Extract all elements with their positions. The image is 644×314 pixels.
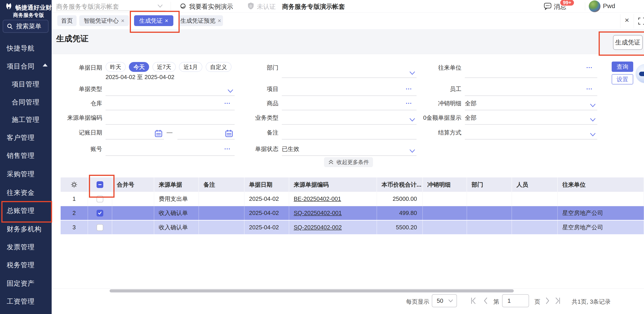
sidebar-item-sales-mgmt[interactable]: 销售管理 bbox=[7, 151, 34, 160]
settlement-select[interactable] bbox=[465, 132, 597, 140]
page-number-input[interactable]: 1 bbox=[502, 294, 529, 307]
col-header-note[interactable]: 备注 bbox=[199, 178, 244, 192]
source-doc-link[interactable]: SQ-20250402-002 bbox=[294, 224, 342, 231]
fullscreen-icon[interactable] bbox=[637, 17, 644, 25]
picker-ellipsis-icon[interactable]: ••• bbox=[586, 87, 593, 91]
sidebar-item-invoice-mgmt[interactable]: 发票管理 bbox=[7, 242, 34, 252]
account-underline bbox=[56, 10, 166, 11]
chevron-down-icon[interactable] bbox=[590, 132, 596, 136]
column-settings-gear-icon[interactable] bbox=[71, 181, 78, 188]
col-header-dept[interactable]: 部门 bbox=[467, 178, 512, 192]
pill-last1month[interactable]: 近1月 bbox=[179, 62, 202, 72]
pill-custom[interactable]: 自定义 bbox=[206, 62, 232, 72]
page-size-select[interactable]: 50 bbox=[432, 294, 457, 307]
settings-button[interactable]: 设置 bbox=[612, 74, 633, 84]
tab-close-icon[interactable]: × bbox=[165, 18, 168, 24]
tab-close-icon[interactable]: × bbox=[218, 18, 221, 24]
last-page-icon[interactable] bbox=[555, 297, 560, 304]
generate-voucher-button[interactable]: 生成凭证 bbox=[613, 35, 643, 50]
offset-detail-select[interactable] bbox=[465, 103, 597, 110]
tab-close-icon[interactable]: × bbox=[121, 18, 124, 24]
chevron-down-icon[interactable] bbox=[409, 149, 416, 153]
calendar-icon[interactable] bbox=[154, 129, 162, 138]
tab-home[interactable]: 首页 bbox=[57, 15, 76, 26]
partner-input[interactable] bbox=[465, 71, 597, 78]
user-avatar[interactable] bbox=[589, 0, 600, 12]
col-header-date[interactable]: 单据日期 bbox=[244, 178, 289, 192]
tab-smart-voucher-center[interactable]: 智能凭证中心 × bbox=[79, 15, 129, 26]
horizontal-scrollbar[interactable] bbox=[110, 289, 514, 292]
col-header-offset[interactable]: 冲销明细 bbox=[423, 178, 467, 192]
doc-status-select[interactable] bbox=[282, 149, 416, 156]
close-all-icon[interactable]: × bbox=[625, 16, 629, 24]
chevron-down-icon[interactable] bbox=[157, 4, 163, 8]
employee-input[interactable] bbox=[465, 89, 597, 96]
query-button[interactable]: 查询 bbox=[612, 62, 633, 72]
business-type-select[interactable] bbox=[282, 118, 416, 125]
col-header-partner[interactable]: 往来单位 bbox=[558, 178, 644, 192]
warehouse-input[interactable] bbox=[106, 103, 235, 110]
filter-label-zero-amount: 0金额单据显示 bbox=[414, 114, 462, 122]
sidebar-item-fixed-assets[interactable]: 固定资产 bbox=[7, 279, 34, 288]
sidebar-item-project-contract[interactable]: 项目合同 bbox=[7, 62, 34, 71]
department-input[interactable] bbox=[282, 71, 416, 78]
col-header-source[interactable]: 来源单据 bbox=[154, 178, 199, 192]
sidebar-item-purchase-mgmt[interactable]: 采购管理 bbox=[7, 170, 34, 179]
pill-last7days[interactable]: 近7天 bbox=[152, 62, 176, 72]
sidebar-item-quick-nav[interactable]: 快捷导航 bbox=[7, 44, 34, 53]
demo-link[interactable]: 我要看实例演示 bbox=[189, 2, 233, 11]
zero-amount-select[interactable] bbox=[465, 118, 597, 125]
remark-input[interactable] bbox=[282, 132, 416, 140]
pill-yesterday[interactable]: 昨天 bbox=[106, 62, 126, 72]
tab-generate-voucher-preview[interactable]: 生成凭证预览 × bbox=[178, 15, 223, 26]
tab-generate-voucher[interactable]: 生成凭证 × bbox=[134, 15, 173, 26]
cell-source: 收入确认单 bbox=[154, 206, 199, 220]
select-all-checkbox[interactable] bbox=[96, 181, 103, 188]
first-page-icon[interactable] bbox=[471, 297, 476, 304]
account-selector[interactable]: 商务服务专版演示帐套 bbox=[56, 2, 119, 11]
row-checkbox[interactable] bbox=[96, 224, 103, 231]
sidebar-item-general-ledger[interactable]: 总账管理 bbox=[7, 206, 34, 216]
picker-ellipsis-icon[interactable]: ••• bbox=[406, 87, 412, 91]
col-header-merge[interactable]: 合并号 bbox=[112, 178, 154, 192]
col-header-person[interactable]: 人员 bbox=[512, 178, 558, 192]
picker-ellipsis-icon[interactable]: ••• bbox=[406, 101, 412, 105]
collapse-triangle-icon[interactable] bbox=[43, 64, 48, 66]
chevron-down-icon[interactable] bbox=[590, 118, 596, 122]
picker-ellipsis-icon[interactable]: ••• bbox=[224, 101, 231, 105]
source-doc-link[interactable]: SQ-20250402-001 bbox=[294, 210, 342, 216]
col-header-amount[interactable]: 本币价税合计... bbox=[377, 178, 423, 192]
table-row[interactable]: 1 费用支出单 2025-04-02 BE-20250402-001 25000… bbox=[61, 192, 644, 206]
sidebar-item-funds[interactable]: 往来资金 bbox=[7, 188, 34, 198]
sidebar-item-multi-finance[interactable]: 财务多机构 bbox=[7, 224, 42, 234]
message-bubble-icon[interactable] bbox=[544, 3, 552, 10]
sidebar-item-tax-mgmt[interactable]: 税务管理 bbox=[7, 260, 34, 270]
picker-ellipsis-icon[interactable]: ••• bbox=[586, 66, 593, 70]
date-range-value[interactable]: 2025-04-02 至 2025-04-02 bbox=[106, 73, 174, 81]
chevron-down-icon[interactable] bbox=[590, 103, 596, 107]
next-page-icon[interactable] bbox=[545, 297, 550, 304]
prev-page-icon[interactable] bbox=[483, 297, 488, 304]
picker-ellipsis-icon[interactable]: ••• bbox=[224, 147, 231, 151]
col-header-code[interactable]: 来源单据编码 bbox=[289, 178, 377, 192]
row-checkbox[interactable] bbox=[96, 196, 103, 202]
pill-today[interactable]: 今天 bbox=[129, 62, 149, 72]
goods-input[interactable] bbox=[282, 103, 416, 110]
sidebar-item-payroll-mgmt[interactable]: 工资管理 bbox=[7, 297, 34, 306]
row-checkbox[interactable] bbox=[96, 210, 103, 216]
account-input[interactable] bbox=[106, 149, 235, 156]
table-row-selected[interactable]: 2 收入确认单 2025-04-02 SQ-20250402-001 499.8… bbox=[61, 206, 644, 220]
source-doc-link[interactable]: BE-20250402-001 bbox=[294, 196, 341, 202]
sidebar-item-customer-mgmt[interactable]: 客户管理 bbox=[7, 133, 34, 142]
project-input[interactable] bbox=[282, 89, 416, 96]
table-row[interactable]: 3 收入确认单 2025-04-02 SQ-20250402-002 5500.… bbox=[61, 220, 644, 235]
source-code-input[interactable] bbox=[106, 118, 235, 125]
collapse-filters-button[interactable]: 收起更多条件 bbox=[324, 157, 373, 167]
user-name[interactable]: Pwd bbox=[603, 2, 615, 10]
sidebar-item-construction-mgmt[interactable]: 施工管理 bbox=[12, 115, 40, 124]
sidebar-item-project-mgmt[interactable]: 项目管理 bbox=[12, 80, 40, 89]
doc-type-input[interactable] bbox=[106, 89, 235, 96]
demo-eye-icon[interactable] bbox=[180, 3, 186, 10]
sidebar-item-contract-mgmt[interactable]: 合同管理 bbox=[12, 98, 40, 107]
menu-search-input[interactable]: 搜索菜单 bbox=[3, 20, 48, 33]
